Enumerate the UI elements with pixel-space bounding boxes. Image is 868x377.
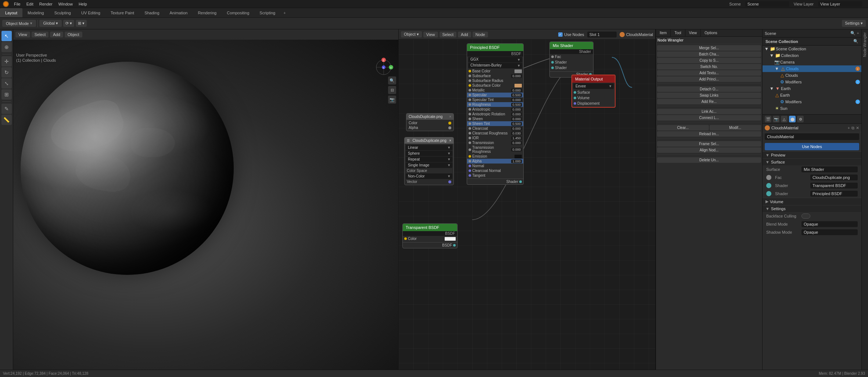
settings-header[interactable]: ▼ Settings: [763, 205, 861, 212]
tab-rendering[interactable]: Rendering: [193, 8, 222, 17]
prop-scene-icon[interactable]: 🎬: [765, 116, 771, 122]
outliner-item-scene-collection[interactable]: ▼ 📁 Scene Collection: [763, 46, 861, 52]
scene-filter-btn[interactable]: 🔍: [850, 31, 856, 36]
scale-tool[interactable]: ⤡: [1, 78, 12, 89]
outliner-item-clouds-parent[interactable]: ▼ △ Clouds •: [763, 65, 861, 72]
view-layer-selector[interactable]: View Layer: [818, 1, 862, 7]
mode-selector[interactable]: Object Mode ▾: [2, 20, 36, 27]
tab-shading[interactable]: Shading: [139, 8, 164, 17]
material-selector[interactable]: CloudsMaterial: [620, 32, 653, 37]
tab-sculpting[interactable]: Sculpting: [49, 8, 76, 17]
prop-modifier-icon[interactable]: ⚙: [797, 116, 804, 122]
shadow-mode-value[interactable]: Opaque: [801, 229, 858, 235]
outliner-item-modifiers-1[interactable]: ⚙ Modifiers ✓: [763, 79, 861, 85]
menu-render[interactable]: Render: [37, 2, 55, 6]
use-nodes-checkbox[interactable]: ✓ Use Nodes: [558, 32, 584, 37]
material-delete-btn[interactable]: ✕: [856, 126, 859, 130]
add-texture-btn[interactable]: Add Textu...: [657, 70, 761, 76]
node-select-btn[interactable]: Select: [440, 32, 457, 37]
node-view-btn[interactable]: View: [423, 32, 438, 37]
tab-texture-paint[interactable]: Texture Paint: [105, 8, 139, 17]
material-new-btn[interactable]: +: [848, 126, 850, 130]
node-node-btn[interactable]: Node: [473, 32, 488, 37]
viewport-gizmo[interactable]: Z Y X: [373, 56, 395, 78]
outliner-item-sun[interactable]: ☀ Sun: [763, 105, 861, 112]
node-canvas[interactable]: CloudsDuplicate.png × Color Alpha: [399, 40, 655, 370]
node-add-btn[interactable]: Add: [458, 32, 471, 37]
tab-compositing[interactable]: Compositing: [222, 8, 254, 17]
add-princi-btn[interactable]: Add Princi...: [657, 76, 761, 82]
modif-btn[interactable]: Modif...: [710, 125, 761, 130]
delete-un-btn[interactable]: Delete Un...: [657, 157, 761, 163]
menu-file[interactable]: File: [12, 2, 23, 6]
frame-sel-btn[interactable]: Frame Sel...: [657, 141, 761, 147]
switch-no-btn[interactable]: Switch No.: [657, 64, 761, 69]
rotate-tool[interactable]: ↻: [1, 67, 12, 78]
tab-add-workspace[interactable]: +: [280, 9, 288, 17]
view-menu[interactable]: View: [15, 32, 30, 37]
snap-btn[interactable]: ⊞ ▾: [76, 20, 87, 27]
node-object-btn[interactable]: Object ▾: [401, 31, 422, 37]
zoom-out-btn[interactable]: ⊟: [388, 86, 396, 94]
zoom-in-btn[interactable]: 🔍: [388, 76, 396, 85]
tab-view[interactable]: View: [685, 29, 701, 36]
annotate-tool[interactable]: ✎: [1, 104, 12, 114]
tab-item[interactable]: Item: [656, 29, 671, 36]
texture-node-close[interactable]: ×: [449, 115, 451, 119]
tab-uv-editing[interactable]: UV Editing: [76, 8, 105, 17]
select-tool[interactable]: ↖: [1, 31, 12, 41]
shader1-value[interactable]: Transparent BSDF: [810, 183, 858, 188]
camera-view-btn[interactable]: 📷: [388, 96, 396, 104]
connect-l-btn[interactable]: Connect L...: [657, 115, 761, 121]
detach-o-btn[interactable]: Detach O...: [657, 86, 761, 92]
slot-selector[interactable]: Slot 1: [587, 32, 617, 37]
reload-im-btn[interactable]: Reload Im...: [657, 131, 761, 137]
surface-header[interactable]: ▼ Surface: [763, 159, 861, 165]
tab-options[interactable]: Options: [701, 29, 721, 36]
tab-tool[interactable]: Tool: [671, 29, 685, 36]
prop-material-icon[interactable]: ⬤: [789, 116, 796, 122]
tab-layout[interactable]: Layout: [0, 8, 22, 17]
copy-to-s-btn[interactable]: Copy to S...: [657, 58, 761, 63]
material-copy-btn[interactable]: ⧉: [851, 126, 854, 130]
object-menu[interactable]: Object: [65, 32, 82, 37]
material-name-field[interactable]: CloudsMaterial: [765, 133, 859, 140]
outliner-item-collection[interactable]: ▼ 📁 Collection: [763, 52, 861, 59]
menu-edit[interactable]: Edit: [24, 2, 36, 6]
add-re-btn[interactable]: Add Re...: [657, 99, 761, 104]
volume-header[interactable]: ▶ Volume: [763, 198, 861, 205]
scene-add-btn[interactable]: +: [857, 31, 859, 36]
measure-tool[interactable]: 📏: [1, 115, 12, 125]
shader2-value[interactable]: Principled BSDF: [810, 191, 858, 197]
tab-scripting[interactable]: Scripting: [254, 8, 280, 17]
texture-settings-close[interactable]: ×: [449, 139, 451, 143]
outliner-item-earth-mesh[interactable]: △ Earth: [763, 92, 861, 98]
settings-btn[interactable]: Settings ▾: [842, 20, 866, 27]
batch-change-btn[interactable]: Batch Cha...: [657, 51, 761, 57]
prop-render-icon[interactable]: 📷: [773, 116, 779, 122]
blend-mode-value[interactable]: Opaque: [801, 221, 858, 227]
outliner-item-camera[interactable]: 📷 Camera: [763, 59, 861, 65]
node-wrangler-side-tab[interactable]: Node Wrangler: [862, 29, 868, 60]
link-ac-btn[interactable]: Link Ac...: [657, 109, 761, 114]
clear-btn[interactable]: Clear...: [657, 125, 709, 130]
modifier-toggle-1[interactable]: ✓: [856, 80, 860, 84]
use-nodes-btn[interactable]: Use Nodes: [765, 143, 859, 150]
tab-animation[interactable]: Animation: [165, 8, 193, 17]
menu-window[interactable]: Window: [56, 2, 75, 6]
add-menu[interactable]: Add: [50, 32, 63, 37]
tab-modeling[interactable]: Modeling: [22, 8, 49, 17]
prop-object-icon[interactable]: △: [781, 116, 788, 122]
surface-value[interactable]: Mix Shader: [801, 166, 858, 172]
backface-culling-toggle[interactable]: [801, 213, 810, 219]
outliner-filter-icon[interactable]: 🔍: [853, 39, 858, 44]
transform-btn[interactable]: ⟳ ▾: [63, 20, 74, 27]
cursor-tool[interactable]: ⊕: [1, 42, 12, 52]
fac-value[interactable]: CloudsDuplicate.png: [810, 175, 858, 180]
transform-tool[interactable]: ⊞: [1, 89, 12, 100]
outliner-item-earth-collection[interactable]: ▼ ▼ Earth: [763, 85, 861, 92]
outliner-item-clouds-child[interactable]: △ Clouds: [763, 72, 861, 79]
align-nod-btn[interactable]: Align Nod...: [657, 147, 761, 153]
select-menu[interactable]: Select: [32, 32, 49, 37]
menu-help[interactable]: Help: [76, 2, 89, 6]
